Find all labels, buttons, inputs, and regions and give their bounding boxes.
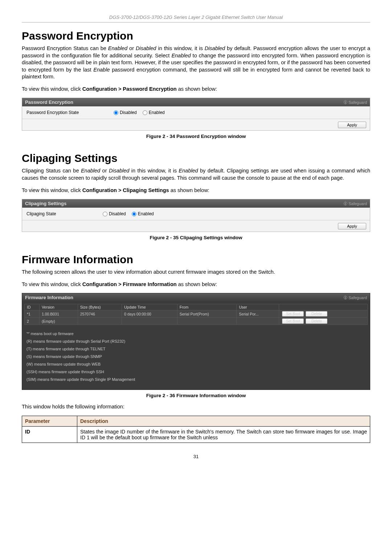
instr-firmware: To view this window, click Configuration… (22, 281, 370, 288)
delete-button[interactable]: Delete (306, 311, 327, 317)
safeguard-text: Safeguard (348, 201, 367, 206)
panel-clipaging: Clipaging Settings 🛈 Safeguard Clipaging… (22, 199, 370, 232)
legend-item: (T) means firmware update through TELNET (26, 345, 366, 353)
cs-radio-enabled[interactable]: Enabled (132, 211, 154, 216)
panel-password-encryption: Password Encryption 🛈 Safeguard Password… (22, 98, 370, 131)
legend-item: (S) means firmware update through SNMP (26, 353, 366, 360)
table-row: *1 1.00.B031 2570746 0 days 00:00:00 Ser… (25, 310, 368, 318)
safeguard-text: Safeguard (348, 296, 367, 300)
safeguard-label: 🛈 Safeguard (343, 100, 367, 105)
heading-firmware-info: Firmware Information (22, 253, 370, 266)
legend-list: '*' means boot up firmware (R) means fir… (24, 329, 368, 387)
cell-update-time: 0 days 00:00:00 (122, 310, 177, 318)
pe-apply-button[interactable]: Apply (338, 122, 366, 128)
set-boot-button[interactable]: Set Boot (282, 311, 304, 317)
para-password-encryption: Password Encryption Status can be Enable… (22, 45, 370, 81)
pe-row-label: Password Encryption State (26, 110, 103, 115)
param-header-description: Description (77, 416, 370, 426)
cell-user (237, 318, 279, 325)
safeguard-text: Safeguard (348, 100, 367, 105)
cell-id: 2 (25, 318, 40, 325)
panel-title-cs: Clipaging Settings 🛈 Safeguard (22, 199, 370, 208)
cell-from: Serial Port(Prom) (177, 310, 237, 318)
legend-item: '*' means boot up firmware (26, 330, 366, 338)
cs-row-label: Clipaging State (26, 211, 92, 216)
col-user: User (237, 304, 279, 310)
pe-radio-disabled[interactable]: Disabled (114, 110, 137, 115)
panel-title-label: Password Encryption (25, 99, 73, 105)
col-actions (279, 304, 368, 310)
doc-header: DGS-3700-12/DGS-3700-12G Series Layer 2 … (22, 15, 370, 23)
panel-title-label: Clipaging Settings (25, 201, 66, 206)
legend-item: (SSH) means firmware update through SSH (26, 368, 366, 376)
param-header-parameter: Parameter (22, 416, 77, 426)
param-id: ID (22, 426, 77, 443)
legend-item: (R) means firmware update through Serial… (26, 338, 366, 345)
pe-radio-enabled[interactable]: Enabled (143, 110, 165, 115)
caption-cs: Figure 2 - 35 Clipaging Settings window (22, 235, 370, 240)
col-id: ID (25, 304, 40, 310)
param-desc: States the image ID number of the firmwa… (77, 426, 370, 443)
cell-version: (Empty) (39, 318, 78, 325)
cell-size: 2570746 (78, 310, 122, 318)
para-firmware: The following screen allows the user to … (22, 269, 370, 276)
after-caption-fi: This window holds the following informat… (22, 403, 370, 411)
cs-radio-enabled-label: Enabled (138, 211, 154, 216)
instr-password-encryption: To view this window, click Configuration… (22, 86, 370, 93)
cell-update-time (122, 318, 177, 325)
pe-radio-disabled-label: Disabled (120, 110, 137, 115)
delete-button[interactable]: Delete (306, 318, 327, 324)
table-row: 2 (Empty) Set Boot Delete (25, 318, 368, 325)
cell-from (177, 318, 237, 325)
set-boot-button[interactable]: Set Boot (282, 318, 304, 324)
param-table: Parameter Description ID States the imag… (22, 416, 370, 443)
instr-clipaging: To view this window, click Configuration… (22, 187, 370, 194)
legend-item: (SIM) means firmware update through Sing… (26, 376, 366, 383)
caption-pe: Figure 2 - 34 Password Encryption window (22, 134, 370, 139)
col-size: Size (Bytes) (78, 304, 122, 310)
safeguard-label: 🛈 Safeguard (343, 296, 367, 300)
pe-radio-enabled-label: Enabled (149, 110, 165, 115)
panel-title-fi: Firmware Information 🛈 Safeguard (22, 293, 370, 302)
col-from: From (177, 304, 237, 310)
cell-version: 1.00.B031 (39, 310, 78, 318)
cell-user: Serial Por... (237, 310, 279, 318)
caption-fi: Figure 2 - 36 Firmware Information windo… (22, 393, 370, 398)
safeguard-label: 🛈 Safeguard (343, 201, 367, 206)
cs-apply-button[interactable]: Apply (338, 223, 366, 229)
cell-id: *1 (25, 310, 40, 318)
page-number: 31 (22, 454, 370, 459)
col-update-time: Update Time (122, 304, 177, 310)
legend-item: (W) means firmware update through WEB (26, 360, 366, 368)
cell-size (78, 318, 122, 325)
firmware-table: ID Version Size (Bytes) Update Time From… (24, 304, 368, 325)
panel-title-pe: Password Encryption 🛈 Safeguard (22, 98, 370, 106)
cs-radio-disabled-label: Disabled (109, 211, 126, 216)
heading-clipaging-settings: Clipaging Settings (22, 152, 370, 164)
para-clipaging: Clipaging Status can be Enabled or Disab… (22, 167, 370, 182)
cs-radio-disabled[interactable]: Disabled (103, 211, 126, 216)
col-version: Version (39, 304, 78, 310)
panel-firmware: Firmware Information 🛈 Safeguard ID Vers… (22, 293, 370, 390)
heading-password-encryption: Password Encryption (22, 30, 370, 42)
panel-title-label: Firmware Information (25, 295, 73, 300)
